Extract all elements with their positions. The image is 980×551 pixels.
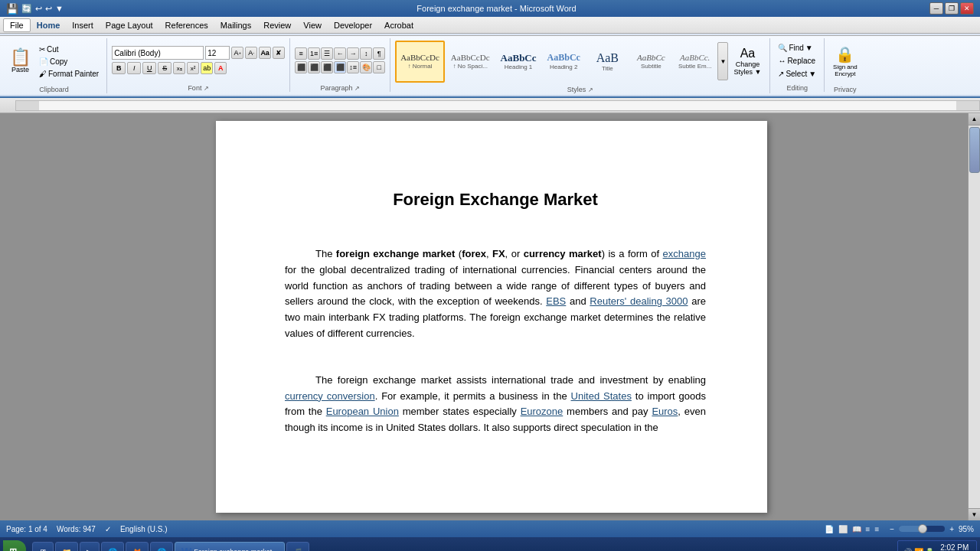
- subtitle-style-button[interactable]: AaBbCc Subtitle: [630, 41, 672, 83]
- more-styles-button[interactable]: ▼: [717, 42, 728, 80]
- find-button[interactable]: 🔍Find▼: [775, 42, 819, 54]
- taskbar-desktop[interactable]: 🖥: [32, 542, 54, 551]
- menu-home[interactable]: Home: [31, 19, 67, 31]
- zoom-out-btn[interactable]: −: [890, 525, 894, 533]
- align-left-button[interactable]: ⬛: [295, 61, 307, 73]
- bold-button[interactable]: B: [112, 62, 126, 74]
- font-name-input[interactable]: [112, 46, 204, 60]
- sign-encrypt-button[interactable]: 🔒 Sign andEncrypt: [829, 38, 861, 84]
- grow-font-button[interactable]: A+: [231, 47, 243, 59]
- sort-button[interactable]: ↕: [360, 47, 372, 60]
- text-highlight-button[interactable]: ab: [201, 62, 213, 74]
- numbering-button[interactable]: 1≡: [308, 47, 320, 60]
- scroll-up-button[interactable]: ▲: [969, 113, 980, 126]
- taskbar: ⊞ 🖥 📁 ▶ 🌐 🦊 🌐 W Foreign exchange market.…: [0, 537, 980, 551]
- view-normal-btn[interactable]: 📄: [825, 525, 834, 533]
- ruler-inner: [15, 100, 980, 111]
- change-styles-button[interactable]: Aa Change Styles ▼: [730, 38, 765, 84]
- language-status: English (U.S.): [120, 525, 168, 533]
- scroll-thumb[interactable]: [969, 127, 980, 173]
- menu-file[interactable]: File: [3, 18, 31, 32]
- show-hide-button[interactable]: ¶: [373, 47, 385, 60]
- taskbar-chrome[interactable]: 🌐: [150, 542, 173, 551]
- line-spacing-button[interactable]: ↕≡: [347, 61, 359, 73]
- taskbar-firefox[interactable]: 🦊: [126, 542, 149, 551]
- menu-developer[interactable]: Developer: [328, 19, 378, 31]
- menu-page-layout[interactable]: Page Layout: [100, 19, 159, 31]
- strikethrough-button[interactable]: S: [158, 62, 172, 74]
- eurozone-link[interactable]: Eurozone: [521, 406, 564, 417]
- view-reading-btn[interactable]: 📖: [852, 525, 861, 533]
- font-color-button[interactable]: A: [214, 62, 227, 74]
- document-page[interactable]: Foreign Exchange Market The foreign exch…: [216, 121, 767, 513]
- view-web-btn[interactable]: ⬜: [838, 525, 848, 533]
- view-outline-btn[interactable]: ≡: [866, 525, 871, 533]
- taskbar-word[interactable]: W Foreign exchange market...: [175, 542, 285, 551]
- menu-references[interactable]: References: [159, 19, 214, 31]
- no-spacing-style-button[interactable]: AaBbCcDc ↑ No Spaci...: [446, 41, 495, 83]
- align-center-button[interactable]: ⬛: [308, 61, 320, 73]
- bullets-button[interactable]: ≡: [295, 47, 307, 60]
- zoom-thumb[interactable]: [918, 524, 927, 533]
- subscript-button[interactable]: x₂: [173, 62, 185, 74]
- zoom-slider[interactable]: [899, 526, 945, 532]
- superscript-button[interactable]: x²: [187, 62, 199, 74]
- title-style-button[interactable]: AaB Title: [586, 41, 629, 83]
- paragraph-2: The foreign exchange market assists inte…: [285, 373, 706, 436]
- taskbar-explorer[interactable]: 📁: [55, 542, 78, 551]
- justify-button[interactable]: ⬛: [334, 61, 346, 73]
- euros-link[interactable]: Euros: [652, 406, 678, 417]
- format-painter-button[interactable]: 🖌Format Painter: [36, 68, 102, 80]
- font-group: A+ A- Aa ✘ B I U S x₂ x² ab A Font ↗: [109, 38, 290, 92]
- exchange-link[interactable]: exchange: [663, 248, 706, 259]
- ebs-link[interactable]: EBS: [546, 295, 566, 307]
- right-scrollbar[interactable]: ▲ ▼: [968, 113, 980, 520]
- taskbar-music[interactable]: 🎵: [286, 542, 309, 551]
- menu-acrobat[interactable]: Acrobat: [378, 19, 420, 31]
- document-scroll[interactable]: Foreign Exchange Market The foreign exch…: [15, 113, 968, 520]
- normal-style-button[interactable]: AaBbCcDc ↑ Normal: [395, 41, 445, 83]
- cut-button[interactable]: ✂Cut: [36, 44, 102, 55]
- subtle-em-style-button[interactable]: AaBbCc. Subtle Em...: [674, 41, 717, 83]
- close-button[interactable]: ✕: [960, 2, 974, 15]
- menu-review[interactable]: Review: [257, 19, 297, 31]
- taskbar-browser1[interactable]: 🌐: [101, 542, 124, 551]
- menu-view[interactable]: View: [297, 19, 328, 31]
- privacy-group: 🔒 Sign andEncrypt Privacy: [826, 38, 866, 93]
- start-button[interactable]: ⊞: [3, 540, 26, 551]
- font-size-input[interactable]: [205, 46, 230, 60]
- clear-formatting-button[interactable]: ✘: [273, 47, 285, 59]
- shrink-font-button[interactable]: A-: [245, 47, 257, 59]
- select-button[interactable]: ↗Select▼: [775, 68, 819, 80]
- spell-icon[interactable]: ✓: [105, 525, 111, 533]
- currency-conversion-link[interactable]: currency conversion: [285, 390, 375, 402]
- view-draft-btn[interactable]: ≡: [874, 525, 879, 533]
- menu-insert[interactable]: Insert: [66, 19, 100, 31]
- align-right-button[interactable]: ⬛: [321, 61, 333, 73]
- minimize-button[interactable]: ─: [929, 2, 943, 15]
- united-states-link[interactable]: United States: [571, 390, 632, 402]
- paste-button[interactable]: 📋 Paste: [6, 38, 34, 84]
- menu-bar: File Home Insert Page Layout References …: [0, 17, 980, 34]
- heading2-style-button[interactable]: AaBbCc Heading 2: [543, 41, 585, 83]
- multilevel-button[interactable]: ☰: [321, 47, 333, 60]
- replace-button[interactable]: ↔Replace: [775, 55, 819, 67]
- reuters-link[interactable]: Reuters' dealing 3000: [590, 295, 688, 307]
- status-bar: Page: 1 of 4 Words: 947 ✓ English (U.S.)…: [0, 520, 980, 537]
- borders-button[interactable]: □: [373, 61, 385, 73]
- taskbar-media[interactable]: ▶: [80, 542, 100, 551]
- copy-button[interactable]: 📄Copy: [36, 56, 102, 67]
- scroll-down-button[interactable]: ▼: [969, 508, 980, 520]
- increase-indent-button[interactable]: →: [347, 47, 359, 60]
- eu-link[interactable]: European Union: [326, 406, 399, 417]
- italic-button[interactable]: I: [127, 62, 141, 74]
- shading-button[interactable]: 🎨: [360, 61, 372, 73]
- zoom-in-btn[interactable]: +: [949, 525, 954, 533]
- window-title: Foreign exchange market - Microsoft Word: [64, 4, 929, 13]
- change-case-button[interactable]: Aa: [259, 47, 271, 59]
- restore-button[interactable]: ❐: [945, 2, 959, 15]
- underline-button[interactable]: U: [142, 62, 156, 74]
- heading1-style-button[interactable]: AaBbCc Heading 1: [496, 41, 541, 83]
- decrease-indent-button[interactable]: ←: [334, 47, 346, 60]
- menu-mailings[interactable]: Mailings: [214, 19, 257, 31]
